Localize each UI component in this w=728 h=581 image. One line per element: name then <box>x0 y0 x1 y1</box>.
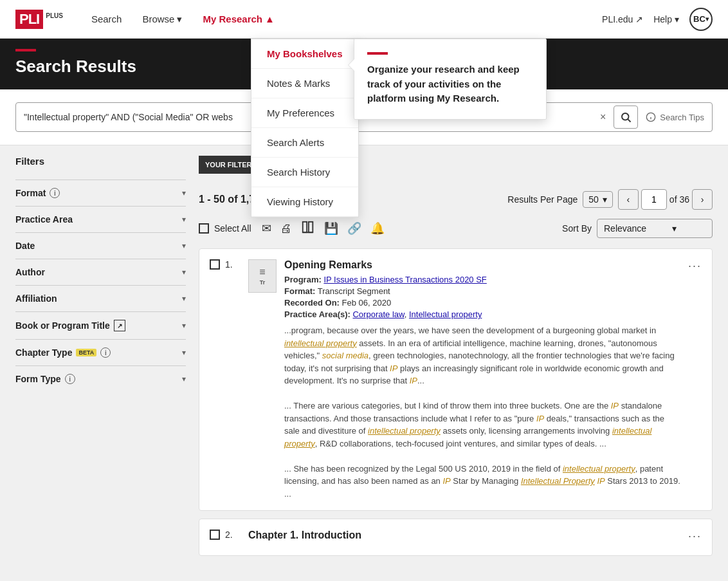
result-2-more-options[interactable]: ··· <box>688 530 702 543</box>
result-1-practice: Practice Area(s): Corporate law, Intelle… <box>284 309 680 319</box>
select-all-checkbox[interactable] <box>199 223 209 234</box>
results-toolbar: Select All ✉ 🖨 💾 🔗 🔔 Sort By Relevance <box>199 219 713 238</box>
alert-icon[interactable]: 🔔 <box>370 221 385 235</box>
tooltip-text: Organize your research and keep track of… <box>367 62 533 106</box>
result-1-checkbox[interactable] <box>210 259 220 270</box>
filters-title: Filters <box>15 156 186 172</box>
help-chevron: ▾ <box>675 14 679 24</box>
dropdown-item-search-alerts[interactable]: Search Alerts <box>251 128 358 158</box>
filter-author-chevron: ▾ <box>182 268 186 277</box>
nav-my-research-label: My Research <box>203 14 262 24</box>
logo-pli-text: PLI <box>15 10 43 29</box>
your-filters-label: YOUR FILTERS <box>205 161 257 169</box>
filter-form-type-label: Form Type <box>15 374 61 384</box>
filter-chapter-type[interactable]: Chapter Type BETA i ▾ <box>15 339 186 365</box>
filter-chapter-type-label: Chapter Type <box>15 347 72 358</box>
result-2-title: Chapter 1. Introduction <box>248 530 680 541</box>
print-icon[interactable]: 🖨 <box>280 222 292 235</box>
email-icon[interactable]: ✉ <box>262 221 271 235</box>
result-1-practice-link2[interactable]: Intellectual property <box>409 309 482 319</box>
nav-my-research[interactable]: My Research ▲ <box>195 8 282 30</box>
result-1-content: Opening Remarks Program: IP Issues in Bu… <box>284 259 680 500</box>
result-2-checkbox[interactable] <box>210 530 220 540</box>
dropdown-item-my-preferences[interactable]: My Preferences <box>251 98 358 128</box>
filter-book-program-title-label: Book or Program Title <box>15 320 110 331</box>
search-tips-button[interactable]: Search Tips <box>646 112 704 122</box>
result-item-2: 2. Chapter 1. Introduction ··· <box>199 519 713 556</box>
filter-affiliation-chevron: ▾ <box>182 294 186 303</box>
dropdown-item-viewing-history[interactable]: Viewing History <box>251 187 358 217</box>
search-clear-button[interactable]: × <box>600 111 606 123</box>
sort-value: Relevance <box>604 223 646 234</box>
per-page-label: Results Per Page <box>507 194 578 205</box>
result-1-recorded: Recorded On: Feb 06, 2020 <box>284 298 680 308</box>
filter-form-type[interactable]: Form Type i ▾ <box>15 365 186 392</box>
filter-book-program-link-icon[interactable]: ↗ <box>114 320 125 331</box>
filter-format-label: Format <box>15 188 46 198</box>
result-2-content: Chapter 1. Introduction <box>248 530 680 545</box>
result-1-more-options[interactable]: ··· <box>688 259 702 273</box>
nav-browse[interactable]: Browse ▾ <box>134 8 190 30</box>
info-icon <box>646 112 656 122</box>
filter-practice-area-label: Practice Area <box>15 214 73 225</box>
filter-affiliation-label: Affiliation <box>15 293 57 304</box>
result-1-program-link[interactable]: IP Issues in Business Transactions 2020 … <box>323 275 486 284</box>
result-1-icon: ≡ Tr <box>248 259 277 293</box>
avatar-button[interactable]: BC ▾ <box>689 8 713 31</box>
svg-point-0 <box>622 113 629 120</box>
tooltip-accent <box>367 52 388 55</box>
my-research-tooltip: Organize your research and keep track of… <box>354 39 547 120</box>
filter-format[interactable]: Format i ▾ <box>15 180 186 206</box>
help-link[interactable]: Help ▾ <box>653 14 679 24</box>
filter-author[interactable]: Author ▾ <box>15 259 186 285</box>
per-page-chevron: ▾ <box>603 194 607 205</box>
nav-browse-label: Browse <box>142 14 174 24</box>
book-icon[interactable] <box>301 220 315 237</box>
pli-edu-link[interactable]: PLI.edu ↗ <box>602 14 643 24</box>
filter-book-program-title[interactable]: Book or Program Title ↗ ▾ <box>15 311 186 339</box>
page-number-input[interactable] <box>641 189 667 210</box>
filter-book-program-chevron: ▾ <box>182 321 186 330</box>
logo[interactable]: PLI PLUS <box>15 10 63 29</box>
per-page-value: 50 <box>588 194 599 205</box>
filter-practice-area[interactable]: Practice Area ▾ <box>15 206 186 232</box>
nav-my-research-chevron: ▲ <box>265 14 275 24</box>
result-1-practice-link1[interactable]: Corporate law <box>352 309 404 319</box>
sidebar-filters: Filters Format i ▾ Practice Area ▾ Date … <box>15 156 186 564</box>
next-page-button[interactable]: › <box>692 189 713 210</box>
select-all-label: Select All <box>214 223 251 234</box>
result-item-1: 1. ≡ Tr Opening Remarks Program: IP Issu… <box>199 248 713 511</box>
result-1-format: Format: Transcript Segment <box>284 286 680 296</box>
logo-plus-text: PLUS <box>46 12 63 19</box>
per-page-select[interactable]: 50 ▾ <box>583 191 613 208</box>
prev-page-button[interactable]: ‹ <box>618 189 639 210</box>
filter-format-info-icon[interactable]: i <box>50 188 60 198</box>
search-button[interactable] <box>614 106 638 129</box>
filter-author-label: Author <box>15 267 45 277</box>
nav-search[interactable]: Search <box>84 8 130 30</box>
filter-format-chevron: ▾ <box>182 189 186 198</box>
svg-line-1 <box>628 119 631 122</box>
save-icon[interactable]: 💾 <box>324 221 338 235</box>
svg-rect-6 <box>309 221 313 232</box>
header-right: PLI.edu ↗ Help ▾ BC ▾ <box>602 8 713 31</box>
sort-chevron: ▾ <box>672 223 677 234</box>
filter-chapter-type-info-icon[interactable]: i <box>100 347 111 358</box>
avatar-initials: BC <box>693 14 705 24</box>
dropdown-item-my-bookshelves[interactable]: My Bookshelves <box>251 39 358 69</box>
page-total: of 36 <box>669 194 689 205</box>
filter-form-type-chevron: ▾ <box>182 374 186 383</box>
link-icon[interactable]: 🔗 <box>347 221 361 235</box>
nav-browse-chevron: ▾ <box>177 14 182 25</box>
dropdown-item-search-history[interactable]: Search History <box>251 158 358 187</box>
select-all-button[interactable]: Select All <box>199 223 251 234</box>
sort-select[interactable]: Relevance ▾ <box>597 219 713 238</box>
result-1-title: Opening Remarks <box>284 259 680 271</box>
filter-form-type-info-icon[interactable]: i <box>65 374 75 384</box>
search-tips-label: Search Tips <box>660 113 704 122</box>
filter-date[interactable]: Date ▾ <box>15 232 186 259</box>
nav: Search Browse ▾ My Research ▲ <box>84 8 602 30</box>
filter-affiliation[interactable]: Affiliation ▾ <box>15 285 186 311</box>
filter-chapter-type-beta-badge: BETA <box>76 349 96 356</box>
dropdown-item-notes-marks[interactable]: Notes & Marks <box>251 69 358 98</box>
